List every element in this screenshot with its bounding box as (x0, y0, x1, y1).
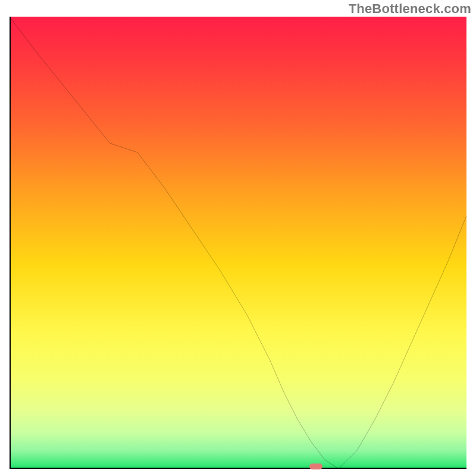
watermark-text: TheBottleneck.com (349, 1, 471, 17)
bottleneck-chart: TheBottleneck.com (0, 0, 476, 476)
bottleneck-curve (10, 17, 466, 469)
plot-area (10, 17, 466, 469)
optimum-marker (309, 464, 322, 469)
